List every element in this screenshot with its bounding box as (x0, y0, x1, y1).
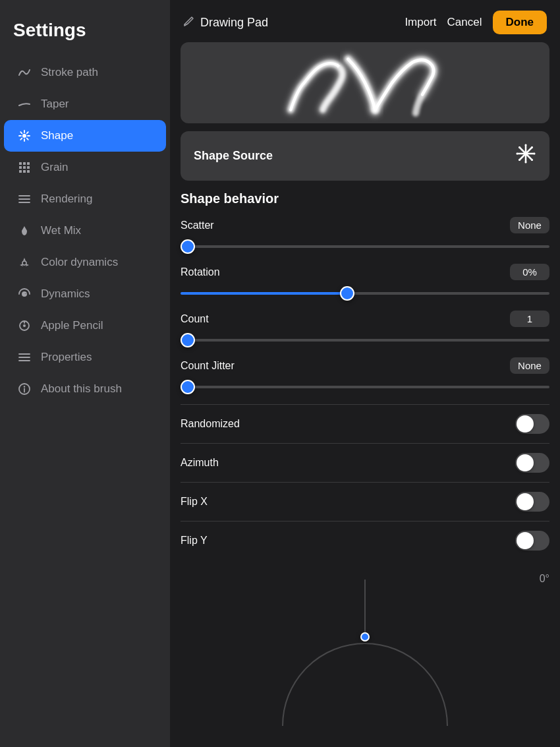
count-jitter-slider[interactable] (181, 386, 549, 388)
azimuth-toggle[interactable] (515, 453, 549, 473)
wet-mix-icon (17, 224, 32, 238)
rotation-label: Rotation (181, 266, 220, 278)
svg-point-29 (524, 152, 528, 156)
properties-icon (17, 350, 32, 365)
toggle-knob (517, 493, 534, 510)
shape-source-bar[interactable]: Shape Source (181, 131, 549, 181)
randomized-toggle[interactable] (515, 414, 549, 434)
sidebar-item-stroke-path[interactable]: Stroke path (4, 57, 166, 88)
header: Drawing Pad Import Cancel Done (170, 0, 560, 42)
svg-point-0 (22, 134, 26, 138)
rotation-slider-row: Rotation 0% (181, 264, 549, 297)
count-slider[interactable] (181, 339, 549, 342)
rotation-slider[interactable] (181, 292, 549, 295)
dial-vertical-line (364, 580, 366, 632)
brush-preview (181, 42, 549, 123)
sidebar-item-grain[interactable]: Grain (4, 152, 166, 183)
azimuth-label: Azimuth (181, 457, 219, 469)
sidebar-item-label: Taper (41, 98, 69, 111)
toggle-knob (517, 415, 534, 433)
sidebar-item-label: Wet Mix (41, 224, 81, 237)
count-value: 1 (510, 311, 549, 327)
svg-point-32 (517, 153, 518, 155)
svg-point-31 (525, 162, 527, 164)
scatter-slider[interactable] (181, 245, 549, 248)
flip-x-label: Flip X (181, 496, 208, 508)
svg-point-35 (531, 159, 533, 161)
dial-arc (279, 642, 451, 727)
done-button[interactable]: Done (493, 11, 547, 34)
toggle-knob (517, 532, 534, 549)
header-left: Drawing Pad (183, 15, 268, 30)
scatter-value: None (510, 217, 549, 233)
sidebar-item-apple-pencil[interactable]: Apple Pencil (4, 310, 166, 342)
sidebar-item-label: Stroke path (41, 66, 98, 79)
sidebar-item-label: Properties (41, 351, 92, 364)
snowflake-icon (515, 143, 536, 169)
sidebar-item-label: Apple Pencil (41, 319, 103, 332)
count-slider-row: Count 1 (181, 311, 549, 344)
count-jitter-label: Count Jitter (181, 360, 235, 372)
sidebar-item-label: Color dynamics (41, 256, 118, 269)
svg-rect-3 (27, 162, 30, 165)
about-icon (17, 382, 32, 396)
svg-rect-8 (23, 170, 26, 173)
flip-x-toggle[interactable] (515, 492, 549, 512)
flip-y-toggle-row: Flip Y (181, 521, 549, 560)
svg-point-22 (24, 386, 25, 387)
svg-rect-4 (19, 166, 22, 169)
dial-degree-label: 0° (540, 573, 549, 585)
sidebar-item-label: Shape (41, 129, 73, 142)
dynamics-icon (17, 287, 32, 301)
dial-dot[interactable] (360, 632, 370, 642)
svg-rect-7 (19, 170, 22, 173)
sidebar-item-label: Grain (41, 161, 69, 174)
dial-section: 0° (181, 573, 549, 747)
svg-point-16 (23, 324, 26, 327)
count-jitter-slider-row: Count Jitter None (181, 357, 549, 391)
flip-y-toggle[interactable] (515, 531, 549, 551)
flip-y-label: Flip Y (181, 535, 208, 547)
import-button[interactable]: Import (405, 16, 436, 29)
svg-point-34 (518, 146, 520, 148)
randomized-label: Randomized (181, 418, 240, 430)
taper-icon (17, 97, 32, 111)
header-title: Drawing Pad (200, 16, 268, 30)
sidebar-item-properties[interactable]: Properties (4, 342, 166, 373)
azimuth-toggle-row: Azimuth (181, 443, 549, 482)
svg-rect-5 (23, 166, 26, 169)
sidebar-item-wet-mix[interactable]: Wet Mix (4, 215, 166, 247)
randomized-toggle-row: Randomized (181, 404, 549, 443)
grain-icon (17, 160, 32, 175)
svg-rect-6 (27, 166, 30, 169)
scatter-label: Scatter (181, 220, 214, 231)
count-jitter-value: None (510, 357, 549, 374)
sidebar-item-label: About this brush (41, 382, 122, 396)
sidebar: Settings Stroke path Taper Shape (0, 0, 170, 747)
flip-x-toggle-row: Flip X (181, 482, 549, 521)
sidebar-item-dynamics[interactable]: Dynamics (4, 278, 166, 310)
sidebar-item-label: Dynamics (41, 287, 90, 301)
sidebar-item-taper[interactable]: Taper (4, 88, 166, 120)
rendering-icon (17, 192, 32, 206)
sidebar-item-color-dynamics[interactable]: Color dynamics (4, 247, 166, 278)
sidebar-item-shape[interactable]: Shape (4, 120, 166, 152)
stroke-path-icon (17, 65, 32, 80)
shape-behavior-section: Shape behavior Scatter None Rotation 0% … (181, 191, 549, 560)
sidebar-item-about[interactable]: About this brush (4, 373, 166, 405)
section-title: Shape behavior (181, 191, 549, 206)
svg-rect-1 (19, 162, 22, 165)
sidebar-item-rendering[interactable]: Rendering (4, 183, 166, 215)
edit-icon (183, 15, 195, 30)
scatter-slider-row: Scatter None (181, 217, 549, 251)
svg-point-13 (22, 261, 26, 265)
cancel-button[interactable]: Cancel (447, 16, 482, 29)
sidebar-title: Settings (0, 13, 170, 57)
svg-point-30 (525, 144, 527, 146)
svg-rect-2 (23, 162, 26, 165)
color-dynamics-icon (17, 255, 32, 270)
svg-rect-9 (27, 170, 30, 173)
dial-dot-container (360, 632, 370, 642)
svg-point-33 (534, 153, 536, 155)
sidebar-item-label: Rendering (41, 193, 92, 206)
